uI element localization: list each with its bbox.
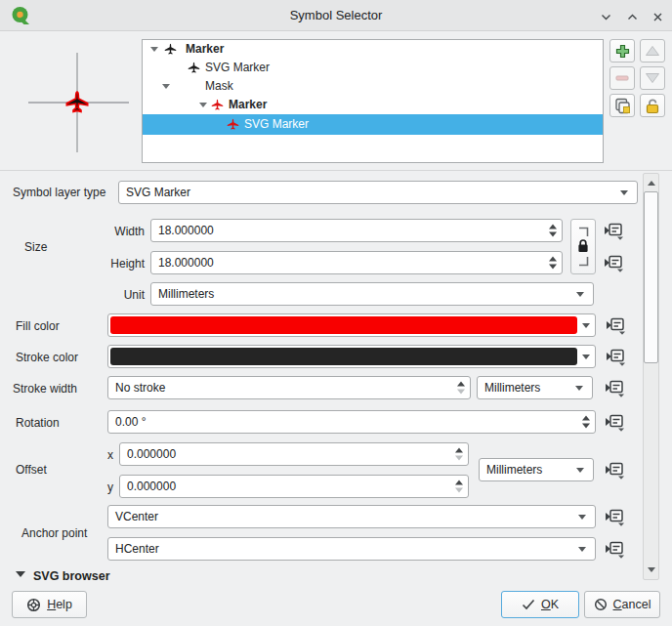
anchor-horizontal-combo[interactable]: HCenter [107, 537, 596, 561]
title-bar: Symbol Selector [0, 0, 672, 31]
help-icon [26, 598, 41, 612]
fill-color-button[interactable] [107, 313, 596, 337]
tree-item-mask-svg-marker-selected[interactable]: SVG Marker [143, 114, 603, 135]
data-defined-override-button[interactable] [603, 378, 626, 397]
scroll-down-icon[interactable] [648, 567, 655, 572]
offset-y-spinbox[interactable]: 0.000000 [119, 475, 469, 498]
lock-colors-button[interactable] [640, 94, 665, 117]
spin-up-icon[interactable] [455, 480, 463, 485]
symbol-layer-type-combo[interactable]: SVG Marker [118, 181, 638, 204]
anchor-vertical-value: VCenter [115, 510, 158, 523]
offset-x-spinbox[interactable]: 0.000000 [119, 442, 469, 466]
stroke-width-spinbox[interactable]: No stroke [107, 376, 471, 399]
expander-icon[interactable] [162, 84, 170, 89]
tree-item-marker[interactable]: Marker [143, 40, 603, 59]
add-symbol-layer-button[interactable] [609, 39, 635, 63]
unit-label: Unit [59, 288, 145, 302]
help-button[interactable]: Help [12, 591, 87, 618]
spin-up-icon[interactable] [582, 416, 590, 421]
check-icon [522, 599, 535, 610]
offset-y-value: 0.000000 [127, 480, 176, 493]
size-label: Size [24, 240, 47, 254]
chevron-down-icon [576, 292, 584, 297]
window-close-button[interactable] [649, 8, 666, 25]
chevron-down-icon[interactable] [582, 355, 590, 359]
svg-browser-group-header[interactable]: SVG browser [16, 569, 110, 582]
symbol-layer-type-value: SVG Marker [126, 186, 190, 199]
data-defined-override-button[interactable] [603, 412, 626, 432]
spin-down-icon[interactable] [455, 488, 463, 493]
svg-browser-label: SVG browser [33, 569, 110, 582]
data-defined-override-button[interactable] [603, 460, 626, 480]
close-icon [651, 11, 664, 23]
ok-button[interactable]: OK [501, 591, 579, 618]
spin-down-icon[interactable] [549, 265, 557, 270]
help-button-label: Help [47, 598, 72, 611]
tree-item-label: Marker [186, 42, 224, 56]
spin-up-icon[interactable] [455, 448, 463, 453]
offset-x-value: 0.000000 [127, 447, 176, 461]
data-defined-override-button[interactable] [603, 507, 626, 526]
arrow-down-icon [645, 72, 660, 84]
data-defined-override-button[interactable] [602, 221, 625, 240]
window-maximize-button[interactable] [623, 8, 641, 25]
lock-aspect-ratio-button[interactable] [570, 219, 596, 274]
plane-marker-icon [66, 92, 87, 111]
rotation-spinbox[interactable]: 0.00 ° [107, 410, 596, 434]
stroke-width-value: No stroke [115, 381, 165, 395]
data-defined-override-button[interactable] [603, 539, 626, 559]
chevron-down-icon [575, 386, 583, 391]
stroke-color-button[interactable] [107, 345, 596, 368]
plane-red-icon [227, 118, 239, 131]
expander-icon[interactable] [199, 103, 207, 107]
data-defined-override-button[interactable] [604, 315, 627, 335]
plus-icon [615, 44, 630, 59]
anchor-horizontal-value: HCenter [115, 542, 159, 556]
window-shade-button[interactable] [597, 8, 614, 25]
tree-item-label: Mask [205, 79, 233, 93]
cancel-button-label: Cancel [613, 598, 651, 611]
scroll-up-icon[interactable] [648, 181, 655, 186]
data-defined-override-button[interactable] [604, 347, 627, 366]
spin-up-icon[interactable] [457, 382, 465, 387]
anchor-vertical-combo[interactable]: VCenter [107, 505, 596, 528]
anchor-point-label: Anchor point [21, 526, 87, 540]
tree-item-mask[interactable]: Mask [143, 77, 603, 96]
cancel-button[interactable]: Cancel [584, 591, 660, 618]
tree-item-mask-marker[interactable]: Marker [143, 96, 603, 114]
unit-combo[interactable]: Millimeters [150, 282, 594, 306]
chevron-down-icon[interactable] [582, 323, 590, 328]
spin-down-icon [457, 390, 465, 395]
stroke-color-label: Stroke color [16, 351, 78, 364]
scrollbar-thumb[interactable] [644, 191, 658, 363]
spin-down-icon[interactable] [582, 424, 590, 429]
fill-color-swatch [110, 316, 577, 334]
spin-up-icon[interactable] [549, 225, 557, 230]
offset-unit-value: Millimeters [486, 463, 542, 477]
duplicate-icon [614, 98, 631, 114]
duplicate-layer-button[interactable] [609, 94, 635, 117]
tree-item-label: SVG Marker [205, 61, 270, 74]
height-spinbox[interactable]: 18.000000 [150, 251, 563, 274]
ok-button-label: OK [541, 598, 559, 611]
expander-icon[interactable] [150, 47, 158, 52]
spin-down-icon[interactable] [455, 456, 463, 461]
separator [0, 170, 672, 171]
cancel-icon [594, 598, 608, 611]
spin-down-icon[interactable] [549, 232, 557, 237]
offset-y-label: y [107, 480, 113, 494]
move-layer-down-button [640, 66, 665, 90]
width-spinbox[interactable]: 18.000000 [150, 219, 563, 242]
vertical-scrollbar[interactable] [643, 173, 659, 580]
data-defined-override-button[interactable] [602, 253, 625, 272]
lock-aspect-icon [574, 224, 592, 270]
unlock-icon [645, 98, 661, 114]
chevron-down-icon [578, 515, 586, 520]
stroke-width-unit-combo[interactable]: Millimeters [477, 376, 593, 399]
unit-value: Millimeters [158, 287, 214, 301]
tree-item-label: Marker [229, 98, 267, 111]
rotation-label: Rotation [16, 416, 60, 430]
offset-unit-combo[interactable]: Millimeters [479, 458, 594, 481]
tree-item-svg-marker[interactable]: SVG Marker [143, 59, 603, 77]
spin-up-icon[interactable] [549, 257, 557, 262]
